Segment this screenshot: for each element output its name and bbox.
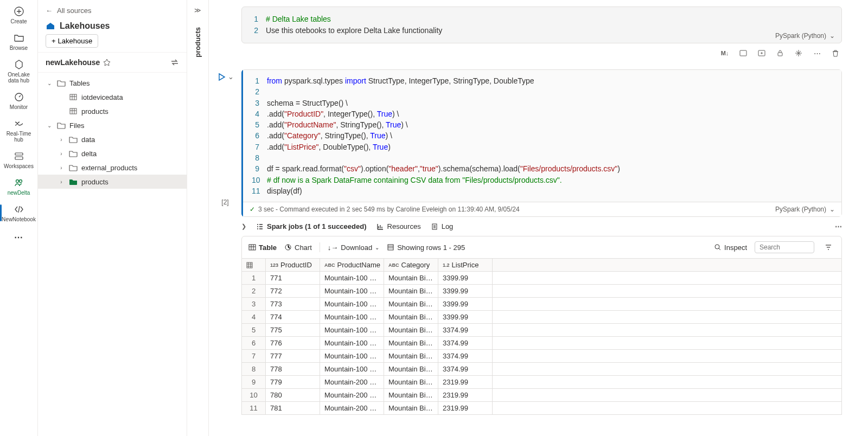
add-below-icon[interactable] — [755, 47, 768, 60]
table-row[interactable]: 4774Mountain-100 Silv...Mountain Bikes33… — [242, 311, 841, 324]
output-more-icon[interactable]: ⋯ — [835, 222, 842, 230]
spark-jobs-tab[interactable]: Spark jobs (1 of 1 succeeded) — [256, 222, 367, 230]
add-above-icon[interactable] — [737, 47, 750, 60]
language-selector[interactable]: PySpark (Python) ⌄ — [775, 206, 835, 213]
folder-icon — [13, 32, 25, 44]
freeze-icon[interactable] — [792, 47, 805, 60]
markdown-toggle-icon[interactable]: M↓ — [718, 47, 731, 60]
chevron-down-icon: ⌄ — [829, 206, 835, 213]
cell-footer: ✓ 3 sec - Command executed in 2 sec 549 … — [243, 202, 841, 216]
col-header-ProductName[interactable]: ABC ProductName — [320, 259, 384, 271]
explorer-panel: ← All sources Lakehouses + Lakehouse new… — [38, 0, 187, 436]
rail-create[interactable]: Create — [3, 2, 35, 28]
row-index-header[interactable] — [242, 259, 266, 271]
svg-rect-12 — [249, 245, 256, 250]
language-selector[interactable]: PySpark (Python) ⌄ — [775, 32, 835, 40]
resources-tab[interactable]: Resources — [376, 222, 421, 230]
pin-icon[interactable] — [103, 59, 111, 66]
output-tabs: ❯ Spark jobs (1 of 1 succeeded) Resource… — [209, 217, 868, 236]
more-icon[interactable]: ⋯ — [810, 47, 824, 60]
svg-rect-16 — [247, 262, 252, 268]
rail-newdelta[interactable]: newDelta — [3, 174, 35, 199]
document-icon — [431, 223, 438, 230]
ellipsis-icon: ⋯ — [14, 232, 23, 242]
tree-item-tables[interactable]: ⌄Tables — [38, 76, 187, 90]
delete-icon[interactable] — [829, 47, 842, 60]
folder-icon — [56, 121, 66, 130]
table-icon — [248, 243, 256, 251]
vertical-tab-strip: ≫ products — [187, 0, 209, 436]
arrow-left-icon: ← — [46, 7, 53, 15]
sync-icon[interactable] — [170, 58, 179, 67]
tree-item-data[interactable]: ›data — [38, 132, 187, 146]
rail-realtime[interactable]: Real-Time hub — [3, 114, 35, 146]
notebook-main: 1# Delta Lake tables2Use this otebooks t… — [209, 0, 868, 436]
table-row[interactable]: 3773Mountain-100 Silv...Mountain Bikes33… — [242, 298, 841, 311]
chart-view-button[interactable]: Chart — [284, 243, 312, 252]
table-view-button[interactable]: Table — [248, 243, 277, 252]
rail-onelake[interactable]: OneLake data hub — [3, 55, 35, 87]
chevron-icon: ⌄ — [46, 123, 53, 129]
tree-label: products — [81, 107, 108, 116]
svg-rect-3 — [15, 157, 23, 159]
chart-icon — [376, 223, 384, 230]
rail-newnotebook[interactable]: NewNotebook — [3, 200, 35, 226]
table-row[interactable]: 8778Mountain-100 Bla...Mountain Bikes337… — [242, 363, 841, 376]
rail-browse[interactable]: Browse — [3, 29, 35, 54]
table-row[interactable]: 6776Mountain-100 Bla...Mountain Bikes337… — [242, 337, 841, 350]
lakehouses-title: Lakehouses — [46, 17, 179, 34]
tree-label: external_products — [81, 164, 137, 172]
col-header-ProductID[interactable]: 123 ProductID — [266, 259, 320, 271]
table-row[interactable]: 7777Mountain-100 Bla...Mountain Bikes337… — [242, 350, 841, 363]
back-all-sources[interactable]: ← All sources — [46, 4, 179, 17]
table-row[interactable]: 1771Mountain-100 Silv...Mountain Bikes33… — [242, 272, 841, 285]
svg-rect-6 — [70, 94, 76, 100]
tree-item-products[interactable]: products — [38, 104, 187, 118]
tree-label: products — [81, 178, 108, 186]
chevron-icon: › — [58, 151, 65, 157]
people-icon — [13, 177, 25, 189]
execution-count: [2] — [221, 198, 228, 206]
markdown-cell[interactable]: 1# Delta Lake tables2Use this otebooks t… — [241, 7, 842, 43]
rail-more[interactable]: ⋯ — [3, 227, 35, 246]
plus-icon — [13, 5, 25, 17]
tree-label: Files — [69, 121, 84, 130]
table-icon — [68, 93, 78, 101]
chevron-icon: › — [58, 165, 65, 171]
download-button[interactable]: ↓→ Download ⌄ — [328, 243, 379, 252]
table-row[interactable]: 10780Mountain-200 Silv...Mountain Bikes2… — [242, 389, 841, 402]
col-header-Category[interactable]: ABC Category — [384, 259, 438, 271]
explorer-header: newLakehouse — [38, 53, 187, 73]
col-header-ListPrice[interactable]: 1.2 ListPrice — [438, 259, 493, 271]
tree-item-external_products[interactable]: ›external_products — [38, 161, 187, 175]
svg-point-15 — [715, 245, 719, 249]
table-row[interactable]: 5775Mountain-100 Bla...Mountain Bikes337… — [242, 324, 841, 337]
svg-point-4 — [16, 180, 18, 183]
table-row[interactable]: 9779Mountain-200 Silv...Mountain Bikes23… — [242, 376, 841, 389]
filter-icon[interactable] — [822, 241, 835, 254]
log-tab[interactable]: Log — [431, 222, 454, 230]
chevron-right-icon[interactable]: ≫ — [192, 4, 203, 16]
run-cell-icon[interactable] — [217, 73, 226, 81]
inspect-button[interactable]: Inspect — [714, 243, 747, 252]
chevron-down-icon[interactable]: ⌄ — [228, 73, 234, 81]
vertical-tab-label[interactable]: products — [194, 27, 202, 57]
svg-rect-2 — [15, 153, 23, 155]
code-cell[interactable]: 1from pyspark.sql.types import StructTyp… — [241, 69, 842, 217]
tree-item-iotdevicedata[interactable]: iotdevicedata — [38, 90, 187, 104]
add-lakehouse-button[interactable]: + Lakehouse — [46, 34, 98, 48]
lock-icon[interactable] — [774, 47, 787, 60]
plus-icon: + — [52, 37, 56, 45]
tree-item-delta[interactable]: ›delta — [38, 146, 187, 161]
chevron-down-icon: ⌄ — [829, 32, 835, 40]
chevron-right-icon[interactable]: ❯ — [241, 223, 246, 230]
rail-workspaces[interactable]: Workspaces — [3, 147, 35, 172]
rail-monitor[interactable]: Monitor — [3, 88, 35, 113]
tree-item-products[interactable]: ›products — [38, 175, 187, 189]
table-row[interactable]: 2772Mountain-100 Silv...Mountain Bikes33… — [242, 285, 841, 298]
svg-point-5 — [19, 180, 22, 183]
current-lakehouse: newLakehouse — [46, 58, 100, 67]
table-row[interactable]: 11781Mountain-200 Silv...Mountain Bikes2… — [242, 402, 841, 414]
tree-item-files[interactable]: ⌄Files — [38, 118, 187, 132]
search-input[interactable] — [755, 241, 814, 253]
